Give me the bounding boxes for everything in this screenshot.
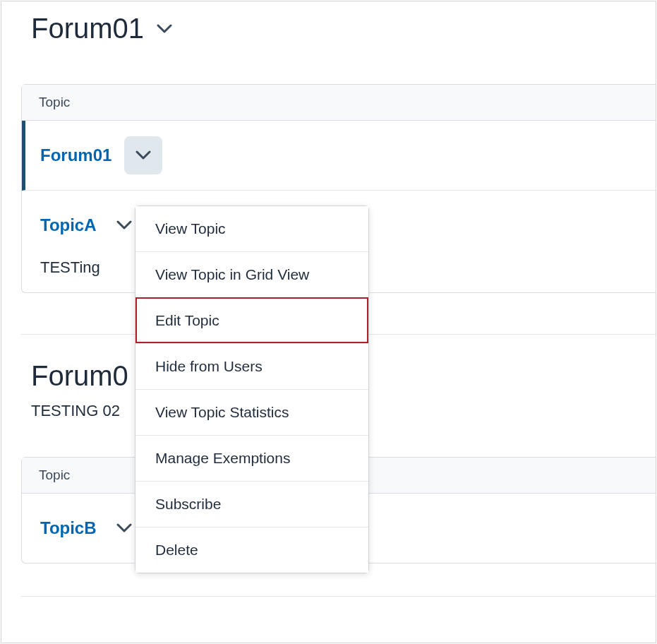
page-container: Forum01 Topic Forum01 Topic [1, 1, 656, 643]
menu-item-stats[interactable]: View Topic Statistics [135, 389, 368, 435]
topic-link[interactable]: Forum01 [40, 145, 111, 165]
context-menu: View Topic View Topic in Grid View Edit … [135, 205, 369, 573]
menu-item-view-grid[interactable]: View Topic in Grid View [135, 251, 368, 297]
menu-item-hide[interactable]: Hide from Users [135, 343, 368, 389]
topic-link[interactable]: TopicB [40, 518, 97, 538]
topic-actions-button[interactable] [124, 136, 162, 174]
forum-title-row: Forum01 [1, 1, 656, 49]
chevron-down-icon[interactable] [157, 24, 172, 34]
divider [21, 596, 656, 597]
topic-link[interactable]: TopicA [40, 215, 97, 235]
topic-row: Forum01 [22, 121, 656, 191]
chevron-down-icon [116, 523, 132, 533]
chevron-down-icon [135, 150, 151, 160]
forum-title: Forum01 [31, 13, 144, 44]
topic-column-header: Topic [22, 85, 656, 121]
menu-item-delete[interactable]: Delete [135, 527, 368, 573]
menu-item-edit-topic[interactable]: Edit Topic [135, 297, 368, 343]
menu-item-subscribe[interactable]: Subscribe [135, 481, 368, 527]
topic-link-row: Forum01 [40, 136, 656, 174]
menu-item-exemptions[interactable]: Manage Exemptions [135, 435, 368, 481]
menu-item-view-topic[interactable]: View Topic [135, 206, 368, 251]
forum-title: Forum0 [31, 360, 128, 392]
chevron-down-icon [116, 220, 132, 230]
